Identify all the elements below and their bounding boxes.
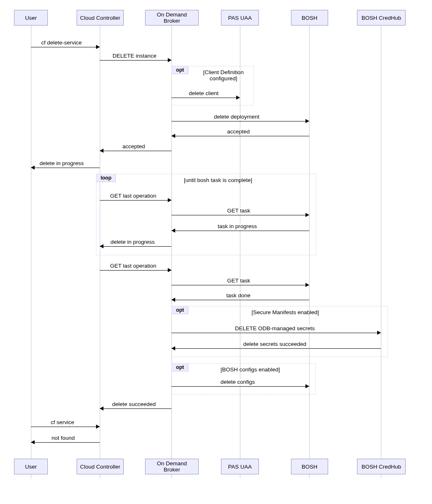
msg-delete-in-progress-1: delete in progress — [40, 160, 84, 166]
participant-bosh-credhub-top: BOSH CredHub — [357, 10, 406, 26]
participant-bosh-credhub-bottom: BOSH CredHub — [357, 459, 406, 474]
participant-pas-uaa-bottom: PAS UAA — [221, 459, 259, 474]
fragment-opt-secure-manifests: opt [Secure Manifests enabled] — [171, 306, 388, 357]
fragment-guard-opt2: [Secure Manifests enabled] — [244, 309, 326, 315]
msg-delete-odb-secrets: DELETE ODB-managed secrets — [235, 325, 315, 331]
msg-delete-configs: delete configs — [221, 379, 255, 385]
msg-task-done: task done — [226, 292, 251, 299]
participant-cloud-controller-top: Cloud Controller — [77, 10, 124, 26]
msg-delete-in-progress-2: delete in progress — [110, 239, 155, 245]
msg-accepted-2: accepted — [122, 143, 145, 149]
participant-pas-uaa-top: PAS UAA — [221, 10, 259, 26]
msg-get-last-op-2: GET last operation — [110, 263, 156, 269]
participant-on-demand-broker-bottom: On Demand Broker — [145, 459, 199, 474]
msg-accepted-1: accepted — [227, 128, 250, 135]
participant-on-demand-broker-top: On Demand Broker — [145, 10, 199, 26]
msg-get-task-2: GET task — [227, 278, 250, 284]
participant-bosh-bottom: BOSH — [291, 459, 328, 474]
msg-get-task-1: GET task — [227, 208, 250, 214]
msg-delete-client: delete client — [189, 90, 218, 96]
fragment-guard-loop: [until bosh task is complete] — [173, 177, 263, 183]
fragment-tag-opt1: opt — [171, 66, 188, 74]
fragment-guard-opt1: [Client Definition configured] — [193, 69, 254, 82]
fragment-tag-opt3: opt — [171, 363, 188, 371]
msg-delete-succeeded: delete succeeded — [112, 401, 156, 407]
participant-bosh-top: BOSH — [291, 10, 328, 26]
fragment-guard-opt3: [BOSH configs enabled] — [213, 366, 287, 373]
fragment-opt-client-definition: opt [Client Definition configured] — [171, 66, 254, 105]
msg-cf-service: cf service — [51, 419, 74, 425]
fragment-tag-loop: loop — [96, 174, 116, 182]
sequence-diagram: User Cloud Controller On Demand Broker P… — [0, 0, 432, 504]
lifeline-bosh-credhub — [381, 26, 381, 478]
participant-cloud-controller-bottom: Cloud Controller — [77, 459, 124, 474]
participant-user-top: User — [14, 10, 48, 26]
participant-user-bottom: User — [14, 459, 48, 474]
msg-delete-instance: DELETE instance — [113, 53, 157, 59]
msg-task-in-progress: task in progress — [218, 223, 257, 229]
msg-get-last-op-1: GET last operation — [110, 193, 156, 199]
lifeline-user — [31, 26, 31, 478]
msg-not-found: not found — [52, 435, 75, 441]
fragment-tag-opt2: opt — [171, 306, 188, 314]
msg-delete-deployment: delete deployment — [214, 114, 259, 120]
msg-delete-secrets-succeeded: delete secrets succeeded — [243, 341, 306, 347]
msg-cf-delete-service: cf delete-service — [41, 40, 82, 46]
